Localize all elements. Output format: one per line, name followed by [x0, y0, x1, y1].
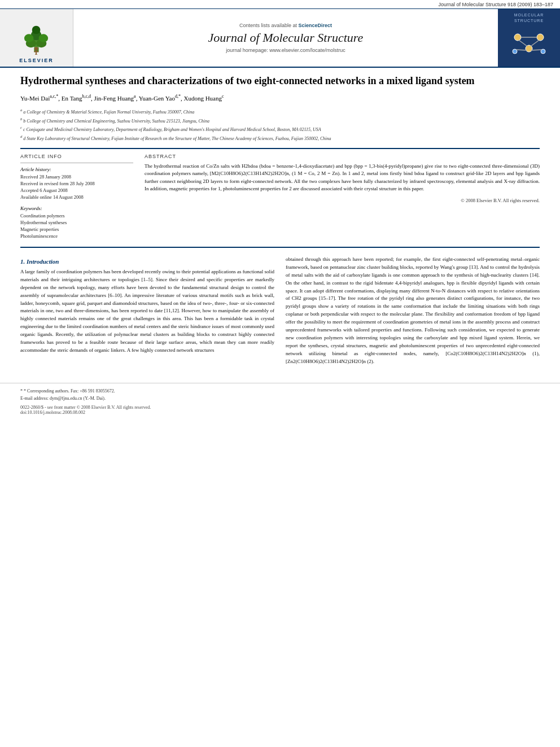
- affil-b: b b College of Chemistry and Chemical En…: [20, 116, 540, 125]
- abstract-label: ABSTRACT: [145, 154, 540, 159]
- elsevier-tree-icon: [18, 24, 55, 56]
- affil-c: c c Conjugate and Medicinal Chemistry La…: [20, 125, 540, 133]
- author-entang: En Tang: [62, 95, 82, 102]
- article-history-title: Article history:: [20, 167, 133, 172]
- footer-bar: 0022-2860/$ - see front matter © 2008 El…: [20, 405, 540, 415]
- svg-line-23: [531, 50, 542, 50]
- author-yuangen-sup: d,*: [175, 94, 181, 99]
- keyword-0: Coordination polymers: [20, 213, 133, 219]
- journal-header: ELSEVIER Contents lists available at Sci…: [0, 9, 560, 68]
- affil-a: a a College of Chemistry & Material Scie…: [20, 107, 540, 116]
- author-yuangen: Yuan-Gen Yao: [139, 95, 175, 102]
- abstract-text: The hydrothermal reaction of Co/Zn salts…: [145, 163, 540, 193]
- svg-line-12: [36, 54, 38, 55]
- introduction-heading: 1. Introduction: [20, 258, 274, 265]
- footnote-email: E-mail address: dym@fjnu.edu.cn (Y.-M. D…: [20, 395, 540, 401]
- author-yumei-sup: a,c,*: [50, 94, 58, 99]
- body-two-col: 1. Introduction A large family of coordi…: [20, 256, 540, 370]
- citation-text: Journal of Molecular Structure 918 (2009…: [438, 2, 553, 7]
- svg-point-8: [34, 47, 38, 50]
- footnote-email-text: E-mail address: dym@fjnu.edu.cn (Y.-M. D…: [20, 396, 106, 401]
- history-received: Received 28 January 2008: [20, 174, 133, 180]
- author-jinfeng-sup: a: [134, 94, 136, 99]
- keyword-1: Hydrothermal syntheses: [20, 220, 133, 225]
- divider-info: [20, 163, 133, 163]
- divider-blue-top: [20, 148, 540, 149]
- sciencedirect-line: Contents lists available at ScienceDirec…: [239, 23, 332, 28]
- affiliations: a a College of Chemistry & Material Scie…: [20, 107, 540, 142]
- elsevier-logo-area: ELSEVIER: [0, 9, 73, 67]
- abstract-col: ABSTRACT The hydrothermal reaction of Co…: [145, 154, 540, 240]
- elsevier-wordmark: ELSEVIER: [19, 58, 54, 63]
- journal-title: Journal of Molecular Structure: [208, 30, 364, 45]
- page: Journal of Molecular Structure 918 (2009…: [0, 0, 560, 747]
- svg-line-22: [516, 50, 527, 50]
- mol-struct-title2: STRUCTURE: [506, 18, 552, 24]
- svg-point-7: [32, 25, 41, 34]
- article-title: Hydrothermal syntheses and characterizat…: [20, 75, 540, 88]
- molecular-structure-logo: MOLECULAR STRUCTURE: [498, 9, 560, 67]
- mol-struct-graphic: [506, 26, 552, 60]
- svg-point-5: [24, 34, 34, 42]
- citation-line: Journal of Molecular Structure 918 (2009…: [0, 0, 560, 9]
- svg-line-11: [34, 54, 36, 55]
- history-revised: Received in revised form 28 July 2008: [20, 181, 133, 186]
- affil-d: d d State Key Laboratory of Structural C…: [20, 134, 540, 142]
- intro-para1: A large family of coordination polymers …: [20, 268, 274, 355]
- authors-line: Yu-Mei Daia,c,*, En Tangb,c,d, Jin-Feng …: [20, 93, 540, 103]
- article-info-abstract: ARTICLE INFO Article history: Received 2…: [20, 154, 540, 240]
- mol-struct-box: MOLECULAR STRUCTURE: [506, 12, 552, 63]
- footer: * * Corresponding authors. Fax: +86 591 …: [0, 383, 560, 417]
- history-accepted: Accepted 6 August 2008: [20, 187, 133, 193]
- svg-rect-13: [506, 26, 552, 60]
- copyright: © 2008 Elsevier B.V. All rights reserved…: [145, 198, 540, 203]
- footnote-corresponding: * * Corresponding authors. Fax: +86 591 …: [20, 388, 540, 394]
- history-online: Available online 14 August 2008: [20, 194, 133, 200]
- author-entang-sup: b,c,d: [82, 94, 91, 99]
- body-col-right: obtained through this approach have been…: [286, 256, 540, 370]
- author-xudong-sup: c: [222, 94, 224, 99]
- sciencedirect-link[interactable]: ScienceDirect: [299, 23, 333, 28]
- divider-blue-bottom: [20, 247, 540, 248]
- intro-para2: obtained through this approach have been…: [286, 256, 540, 366]
- footer-bar-text: 0022-2860/$ - see front matter © 2008 El…: [20, 405, 540, 410]
- keywords-label: Keywords:: [20, 206, 133, 211]
- article-info-col: ARTICLE INFO Article history: Received 2…: [20, 154, 133, 240]
- author-jinfeng: Jin-Feng Huang: [94, 95, 134, 102]
- doi-text: doi:10.1016/j.molstruc.2008.08.002: [20, 410, 540, 415]
- footnote-corresponding-text: * Corresponding authors. Fax: +86 591 83…: [24, 388, 115, 394]
- body-col-left: 1. Introduction A large family of coordi…: [20, 256, 274, 370]
- svg-point-15: [537, 34, 544, 41]
- author-yumei: Yu-Mei Dai: [20, 95, 50, 102]
- header-center: Contents lists available at ScienceDirec…: [73, 9, 498, 67]
- keyword-3: Photoluminescence: [20, 233, 133, 239]
- svg-point-6: [39, 34, 49, 42]
- contents-label: Contents lists available at: [239, 23, 297, 28]
- author-xudong: Xudong Huang: [183, 95, 222, 102]
- main-content: Hydrothermal syntheses and characterizat…: [0, 68, 560, 377]
- mol-struct-title1: MOLECULAR: [506, 12, 552, 18]
- article-info-label: ARTICLE INFO: [20, 154, 133, 159]
- svg-point-14: [514, 34, 521, 41]
- keyword-2: Magnetic properties: [20, 226, 133, 232]
- keywords-section: Keywords: Coordination polymers Hydrothe…: [20, 206, 133, 239]
- journal-homepage: journal homepage: www.elsevier.com/locat…: [226, 47, 345, 53]
